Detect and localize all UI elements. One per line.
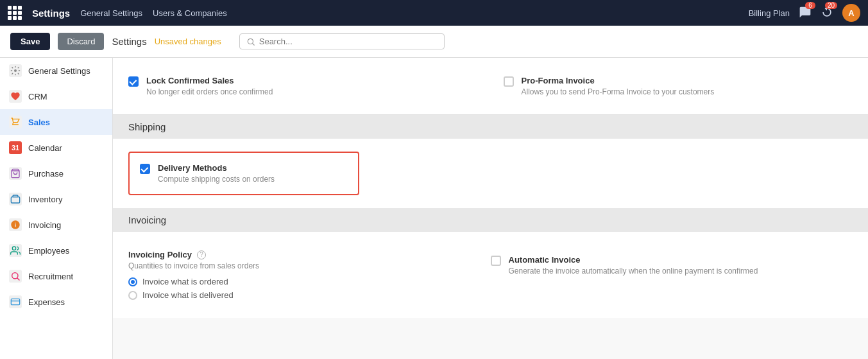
auto-invoice-item: Automatic Invoice Generate the invoice a… [491,250,853,281]
radio-invoice-ordered[interactable]: Invoice what is ordered [128,277,491,286]
lock-sales-title: Lock Confirmed Sales [146,76,273,85]
save-button[interactable]: Save [10,33,50,50]
radio-ordered-label: Invoice what is ordered [142,277,228,286]
sales-icon [9,116,22,128]
sidebar-label-crm: CRM [28,92,47,101]
delivery-methods-highlight: Delivery Methods Compute shipping costs … [128,152,359,195]
auto-invoice-col: Automatic Invoice Generate the invoice a… [491,245,853,305]
navbar: Settings General Settings Users & Compan… [0,0,868,26]
expenses-icon [9,295,22,308]
sidebar-label-expenses: Expenses [28,297,65,307]
billing-plan[interactable]: Billing Plan [749,8,790,18]
radio-ordered-circle [128,277,137,286]
sidebar-label-invoicing: Invoicing [28,220,61,230]
invoicing-policy-desc: Quantities to invoice from sales orders [128,261,491,270]
lock-sales-text: Lock Confirmed Sales No longer edit orde… [146,76,273,96]
sidebar-label-employees: Employees [28,246,69,256]
svg-rect-4 [11,299,19,304]
search-input[interactable] [259,37,438,46]
navbar-link-users[interactable]: Users & Companies [153,8,227,18]
sidebar: General Settings CRM Sales 31 Calendar P… [0,58,113,359]
invoicing-row: Invoicing Policy ? Quantities to invoice… [128,245,853,305]
layout: General Settings CRM Sales 31 Calendar P… [0,58,868,359]
delivery-methods-text: Delivery Methods Compute shipping costs … [158,163,275,184]
sidebar-item-invoicing[interactable]: Invoicing [0,212,112,238]
top-settings-row: Lock Confirmed Sales No longer edit orde… [128,71,853,101]
sidebar-label-inventory: Inventory [28,195,62,204]
avatar[interactable]: A [842,4,860,22]
calendar-icon: 31 [9,141,22,154]
sidebar-label-general: General Settings [28,66,90,76]
sidebar-label-purchase: Purchase [28,169,64,179]
auto-invoice-text: Automatic Invoice Generate the invoice a… [509,255,758,276]
sidebar-item-calendar[interactable]: 31 Calendar [0,135,112,161]
app-grid-icon[interactable] [8,6,22,20]
search-icon [246,37,255,46]
invoicing-header: Invoicing [113,208,868,232]
sidebar-item-recruitment[interactable]: Recruitment [0,263,112,289]
pro-forma-title: Pro-Forma Invoice [522,76,715,85]
invoicing-icon [9,218,22,231]
svg-point-2 [12,247,15,250]
navbar-brand: Settings [32,8,70,19]
auto-invoice-checkbox[interactable] [491,256,501,266]
navbar-right: Billing Plan 6 20 A [749,4,860,22]
recruitment-icon [9,270,22,283]
sidebar-item-inventory[interactable]: Inventory [0,186,112,212]
shipping-header: Shipping [113,115,868,139]
top-settings-section: Lock Confirmed Sales No longer edit orde… [113,58,868,115]
lock-confirmed-sales-item: Lock Confirmed Sales No longer edit orde… [128,71,478,101]
auto-invoice-desc: Generate the invoice automatically when … [509,267,758,276]
sidebar-label-sales: Sales [28,118,50,127]
pro-forma-item: Pro-Forma Invoice Allows you to send Pro… [504,71,853,101]
delivery-methods-title: Delivery Methods [158,163,275,173]
lock-sales-desc: No longer edit orders once confirmed [146,87,273,96]
update-icon[interactable]: 20 [821,6,833,21]
toolbar-title: Settings [112,36,146,47]
toolbar: Save Discard Settings Unsaved changes [0,26,868,58]
inventory-icon [9,193,22,206]
sidebar-item-general[interactable]: General Settings [0,58,112,83]
invoicing-policy-col: Invoicing Policy ? Quantities to invoice… [128,245,491,305]
sidebar-label-calendar: Calendar [28,143,62,153]
sidebar-label-recruitment: Recruitment [28,272,73,281]
delivery-methods-checkbox[interactable] [140,164,150,174]
sidebar-item-employees[interactable]: Employees [0,238,112,263]
delivery-methods-desc: Compute shipping costs on orders [158,175,275,184]
crm-icon [9,90,22,103]
notification-icon[interactable]: 6 [799,6,812,21]
navbar-link-general[interactable]: General Settings [80,8,142,18]
main-content: Lock Confirmed Sales No longer edit orde… [113,58,868,359]
sidebar-item-purchase[interactable]: Purchase [0,161,112,186]
lock-sales-checkbox[interactable] [128,76,139,87]
pro-forma-checkbox[interactable] [504,76,514,87]
update-badge: 20 [825,2,837,9]
radio-invoice-delivered[interactable]: Invoice what is delivered [128,290,491,300]
purchase-icon [9,167,22,180]
invoicing-policy-label: Invoicing Policy [128,250,192,259]
employees-icon [9,244,22,257]
shipping-body: Delivery Methods Compute shipping costs … [113,139,868,208]
discard-button[interactable]: Discard [58,33,104,50]
pro-forma-desc: Allows you to send Pro-Forma Invoice to … [522,87,715,96]
sidebar-item-expenses[interactable]: Expenses [0,289,112,315]
svg-point-1 [14,69,17,72]
pro-forma-text: Pro-Forma Invoice Allows you to send Pro… [522,76,715,96]
help-icon[interactable]: ? [197,250,206,259]
sidebar-item-crm[interactable]: CRM [0,83,112,109]
radio-delivered-label: Invoice what is delivered [142,290,234,300]
radio-delivered-circle [128,291,137,300]
search-box[interactable] [239,33,445,49]
general-icon [9,64,22,77]
invoicing-radio-group: Invoice what is ordered Invoice what is … [128,277,491,300]
auto-invoice-title: Automatic Invoice [509,255,758,265]
sidebar-item-sales[interactable]: Sales [0,109,112,135]
notification-badge: 6 [805,2,815,9]
invoicing-body: Invoicing Policy ? Quantities to invoice… [113,232,868,318]
unsaved-changes: Unsaved changes [155,37,221,46]
